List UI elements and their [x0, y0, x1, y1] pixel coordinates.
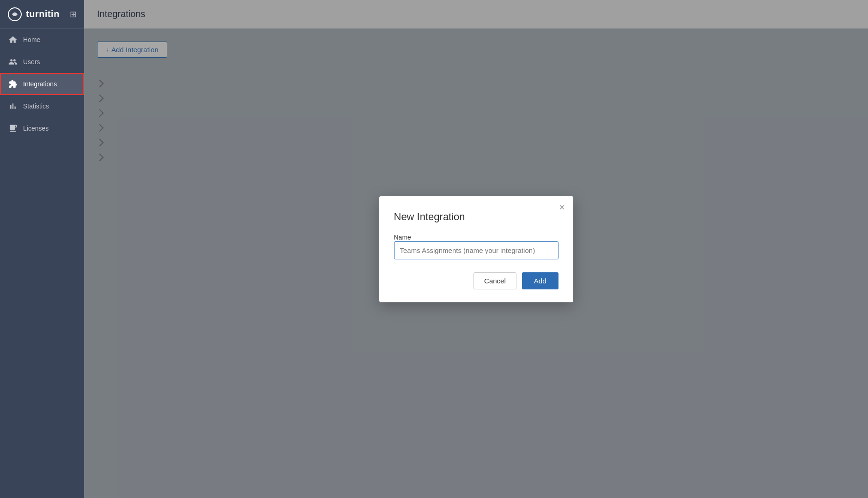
sidebar: turnitin ⊞ Home Users Integrations Stati… — [0, 0, 84, 498]
turnitin-logo-icon — [7, 7, 22, 22]
sidebar-item-users-label: Users — [23, 58, 40, 66]
logo-text: turnitin — [26, 9, 60, 19]
modal-title: New Integration — [394, 211, 558, 223]
new-integration-modal: × New Integration Name Cancel Add — [379, 196, 573, 302]
sidebar-item-integrations-label: Integrations — [23, 80, 57, 88]
sidebar-item-licenses[interactable]: Licenses — [0, 117, 84, 139]
modal-overlay: × New Integration Name Cancel Add — [84, 0, 868, 498]
grid-icon[interactable]: ⊞ — [70, 9, 77, 19]
modal-footer: Cancel Add — [394, 272, 558, 289]
sidebar-logo: turnitin ⊞ — [0, 0, 84, 29]
sidebar-item-licenses-label: Licenses — [23, 125, 49, 132]
modal-close-button[interactable]: × — [559, 203, 565, 212]
add-button[interactable]: Add — [522, 272, 558, 289]
integration-name-input[interactable] — [394, 241, 558, 259]
sidebar-item-home[interactable]: Home — [0, 29, 84, 51]
sidebar-item-home-label: Home — [23, 36, 40, 43]
license-icon — [8, 124, 18, 133]
name-label: Name — [394, 234, 411, 241]
sidebar-item-integrations[interactable]: Integrations — [0, 73, 84, 95]
puzzle-icon — [8, 79, 18, 89]
home-icon — [8, 35, 18, 44]
sidebar-item-users[interactable]: Users — [0, 51, 84, 73]
users-icon — [8, 57, 18, 66]
cancel-button[interactable]: Cancel — [473, 272, 516, 289]
main-content: Integrations + Add Integration × New Int… — [84, 0, 868, 498]
sidebar-item-statistics-label: Statistics — [23, 102, 49, 110]
bar-chart-icon — [8, 102, 18, 111]
sidebar-item-statistics[interactable]: Statistics — [0, 95, 84, 117]
